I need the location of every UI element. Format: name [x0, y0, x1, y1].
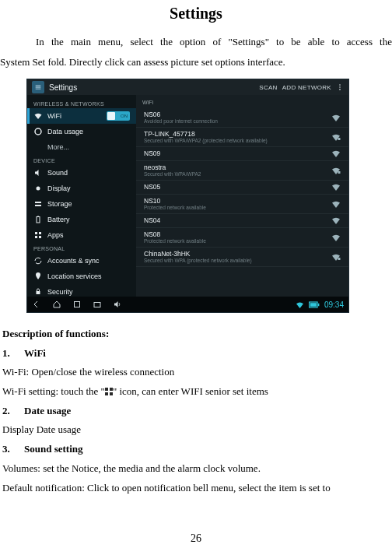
wifi-network-row[interactable]: ChinaNet-3hHKSecured with WPA (protected… — [136, 248, 348, 267]
scan-button[interactable]: SCAN — [259, 84, 277, 91]
recent-icon[interactable] — [72, 300, 82, 309]
intro-line1: In the main menu, select the option of "… — [0, 32, 392, 52]
sidebar-item-apps[interactable]: Apps — [27, 227, 136, 243]
display-icon — [33, 184, 43, 193]
wifi-network-row[interactable]: NS10Protected network available — [136, 195, 348, 214]
sidebar-label-data: Data usage — [47, 128, 83, 135]
item-1-heading: 1.WiFi — [2, 344, 390, 364]
wifi-network-name: NS08 — [144, 230, 325, 238]
sidebar-label-sound: Sound — [47, 169, 68, 177]
sidebar-label-apps: Apps — [47, 231, 64, 239]
overflow-icon[interactable] — [336, 83, 344, 91]
sidebar-item-battery[interactable]: Battery — [27, 212, 136, 227]
status-wifi-icon — [296, 301, 304, 308]
item-1b-post: " icon, can enter WIFI senior set items — [113, 385, 268, 397]
svg-rect-21 — [310, 303, 317, 307]
svg-rect-13 — [37, 291, 40, 294]
svg-rect-15 — [338, 171, 341, 174]
sidebar-item-location[interactable]: Location services — [27, 269, 136, 284]
wifi-network-name: ChinaNet-3hHK — [144, 250, 325, 258]
wifi-signal-lock-icon — [331, 253, 341, 261]
functions-description: Description of functions: 1.WiFi Wi-Fi: … — [0, 325, 392, 497]
app-topbar: Settings SCAN ADD NETWORK — [27, 79, 348, 95]
svg-rect-6 — [35, 205, 41, 206]
svg-point-4 — [37, 187, 40, 191]
wifi-signal-icon — [331, 114, 341, 121]
settings-screenshot: Settings SCAN ADD NETWORK WIRELESS & NET… — [26, 79, 349, 313]
system-navbar: 09:34 — [27, 297, 348, 312]
wifi-network-name: TP-LINK_457718 — [144, 130, 325, 138]
svg-rect-11 — [35, 236, 37, 238]
sidebar-item-data-usage[interactable]: Data usage — [27, 124, 136, 139]
wifi-network-row[interactable]: neostraSecured with WPA/WPA2 — [136, 161, 348, 181]
wifi-signal-lock-icon — [331, 133, 341, 141]
wifi-network-subtitle: Protected network available — [144, 205, 325, 210]
sidebar-label-battery: Battery — [47, 216, 70, 223]
wifi-network-panel: WiFi NS06Avoided poor internet connectio… — [136, 95, 348, 298]
wifi-network-subtitle: Avoided poor internet connection — [144, 118, 325, 124]
wifi-network-row[interactable]: NS05 — [136, 181, 348, 195]
data-usage-icon — [33, 127, 43, 136]
sidebar-label-security: Security — [47, 288, 73, 296]
svg-rect-9 — [35, 232, 37, 234]
home-icon[interactable] — [52, 300, 61, 309]
item-1-line-b: Wi-Fi setting: touch the "" icon, can en… — [2, 382, 390, 402]
sidebar-item-display[interactable]: Display — [27, 181, 136, 196]
wifi-signal-lock-icon — [331, 167, 341, 174]
sidebar-label-wifi: WiFi — [47, 112, 61, 120]
wifi-network-row[interactable]: NS09 — [136, 147, 348, 161]
wifi-toggle[interactable]: ON — [107, 111, 130, 121]
item-2-number: 2. — [2, 402, 24, 421]
page-number: 26 — [0, 532, 392, 545]
sidebar-item-more[interactable]: More... — [27, 139, 136, 155]
svg-rect-22 — [105, 388, 108, 391]
sidebar-section-personal: PERSONAL — [27, 243, 136, 253]
wifi-signal-icon — [331, 200, 341, 208]
item-3-line-b: Default notification: Click to open noti… — [2, 479, 390, 498]
svg-point-0 — [339, 84, 341, 86]
page-title: Settings — [0, 5, 392, 23]
status-battery-icon — [309, 301, 320, 308]
wifi-network-name: neostra — [144, 163, 325, 171]
item-3-line-a: Volumes: set the Notice, the media and t… — [2, 459, 390, 479]
item-1-label: WiFi — [24, 347, 46, 359]
wifi-signal-icon — [331, 234, 341, 241]
sidebar-item-wifi[interactable]: WiFi ON — [27, 108, 136, 124]
svg-rect-10 — [39, 232, 41, 234]
sidebar-label-more: More... — [47, 143, 69, 151]
sidebar-item-sound[interactable]: Sound — [27, 165, 136, 181]
sidebar-section-device: DEVICE — [27, 155, 136, 165]
wifi-network-row[interactable]: TP-LINK_457718Secured with WPA/WPA2 (pro… — [136, 128, 348, 147]
item-2-heading: 2.Date usage — [2, 402, 390, 421]
wifi-network-name: NS09 — [144, 149, 325, 157]
sidebar-item-storage[interactable]: Storage — [27, 196, 136, 212]
volume-icon[interactable] — [113, 300, 122, 309]
add-network-button[interactable]: ADD NETWORK — [282, 84, 331, 91]
wifi-network-name: NS10 — [144, 197, 325, 205]
wifi-network-row[interactable]: NS06Avoided poor internet connection — [136, 108, 348, 128]
svg-rect-14 — [338, 138, 341, 140]
desc-header: Description of functions: — [2, 325, 390, 344]
item-2-line-a: Display Date usage — [2, 420, 390, 440]
svg-rect-18 — [94, 303, 100, 307]
screenshot-icon[interactable] — [93, 300, 102, 309]
sidebar-section-wireless: WIRELESS & NETWORKS — [27, 98, 136, 108]
svg-rect-7 — [37, 217, 40, 223]
battery-icon — [33, 215, 43, 224]
wifi-network-subtitle: Secured with WPA/WPA2 (protected network… — [144, 138, 325, 143]
wifi-signal-icon — [331, 216, 341, 224]
app-title: Settings — [49, 83, 77, 92]
svg-rect-24 — [105, 392, 108, 395]
sidebar-label-accounts: Accounts & sync — [47, 257, 100, 265]
item-3-heading: 3.Sound setting — [2, 440, 390, 459]
location-icon — [33, 272, 43, 281]
wifi-network-row[interactable]: NS04 — [136, 214, 348, 228]
wifi-network-name: NS04 — [144, 216, 325, 224]
settings-app-icon — [32, 81, 44, 93]
back-icon[interactable] — [32, 300, 41, 309]
svg-point-3 — [35, 128, 41, 135]
wifi-network-row[interactable]: NS08Protected network available — [136, 228, 348, 248]
wifi-network-name: NS05 — [144, 183, 325, 191]
svg-point-2 — [339, 89, 341, 90]
sidebar-item-accounts[interactable]: Accounts & sync — [27, 253, 136, 269]
